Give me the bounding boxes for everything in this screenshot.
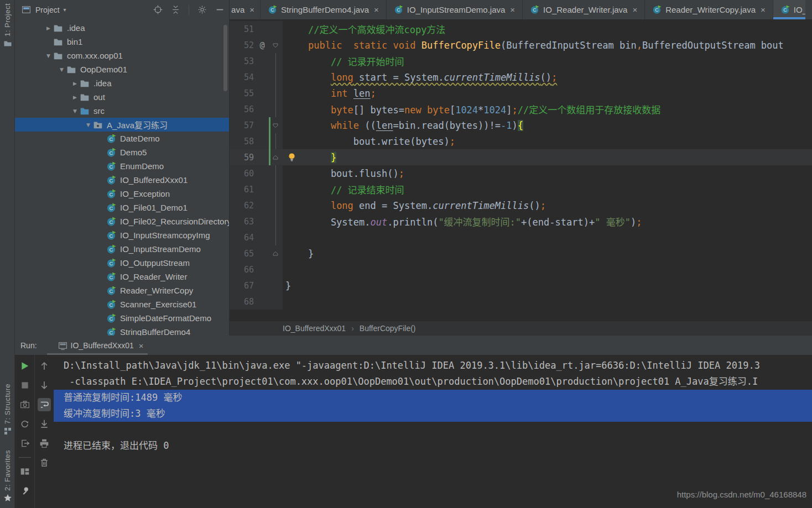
- close-icon[interactable]: ×: [374, 5, 379, 14]
- line-number[interactable]: 53: [230, 53, 256, 69]
- line-number[interactable]: 67: [230, 277, 256, 294]
- expand-arrow-icon[interactable]: ▼: [70, 108, 80, 114]
- fold-marker-icon[interactable]: [268, 37, 283, 53]
- tree-item[interactable]: CIO_Exception: [15, 187, 229, 201]
- line-number[interactable]: 56: [230, 101, 256, 117]
- down-icon[interactable]: [38, 379, 51, 392]
- tree-item[interactable]: CDemo5: [15, 145, 229, 159]
- line-number[interactable]: 62: [230, 197, 256, 213]
- tree-item-label: DateDemo: [120, 134, 160, 143]
- line-number[interactable]: 61: [230, 181, 256, 197]
- tree-item-label: Demo5: [120, 148, 147, 157]
- tree-item[interactable]: CIO_Reader_Writer: [15, 270, 229, 284]
- editor-tab[interactable]: CIO_: [773, 0, 805, 19]
- print-icon[interactable]: [38, 437, 51, 450]
- pin-icon[interactable]: [18, 484, 32, 497]
- project-panel-title[interactable]: Project: [35, 6, 60, 14]
- tree-item[interactable]: ▼OopDemo01: [15, 62, 229, 76]
- tree-item[interactable]: CScanner_Exercise01: [15, 297, 229, 311]
- editor-tab[interactable]: ava×: [230, 0, 261, 19]
- tree-item[interactable]: bin1: [15, 35, 229, 49]
- line-number[interactable]: 57: [230, 117, 256, 133]
- stripe-button-structure[interactable]: 7: Structure: [0, 384, 15, 436]
- run-tab[interactable]: IO_BufferedXxx01 ×: [58, 341, 144, 350]
- tree-item[interactable]: CSimpleDateFormatDemo: [15, 311, 229, 325]
- code-editor[interactable]: 51 //定义一个高效缓冲流copy方法52@ public static vo…: [230, 19, 812, 321]
- close-icon[interactable]: ×: [761, 5, 766, 14]
- tree-item[interactable]: CStringBufferDemo4: [15, 325, 229, 336]
- editor-area: ava×CStringBufferDemo4.java×CIO_InputStr…: [229, 0, 812, 336]
- up-icon[interactable]: [38, 359, 51, 373]
- console-output[interactable]: D:\Install_path\Java\jdk_11\bin\java.exe…: [54, 355, 812, 508]
- line-number[interactable]: 55: [230, 85, 256, 101]
- line-number[interactable]: 54: [230, 69, 256, 85]
- code-text: byte[] bytes=new byte[1024*1024];//定义一个数…: [283, 102, 660, 116]
- line-number[interactable]: 59: [230, 149, 256, 165]
- line-number[interactable]: 68: [230, 294, 256, 310]
- expand-arrow-icon[interactable]: ▶: [44, 25, 53, 31]
- class-icon: C: [394, 5, 403, 14]
- tree-item[interactable]: ▼src: [15, 104, 229, 118]
- tree-item[interactable]: CIO_File02_RecursionDirectory: [15, 214, 229, 228]
- tree-item[interactable]: ▶.idea: [15, 76, 229, 90]
- close-icon[interactable]: ×: [510, 5, 515, 14]
- tree-item[interactable]: ▼A_Java复习练习: [15, 118, 229, 132]
- close-icon[interactable]: ×: [632, 5, 637, 14]
- tree-item[interactable]: CDateDemo: [15, 132, 229, 145]
- fold-marker-icon[interactable]: [268, 149, 283, 165]
- line-number[interactable]: 58: [230, 133, 256, 149]
- line-number[interactable]: 52: [230, 37, 256, 53]
- stripe-button-favorites[interactable]: 2: Favorites: [0, 450, 15, 502]
- settings-icon[interactable]: [197, 5, 207, 14]
- expand-arrow-icon[interactable]: ▼: [57, 67, 66, 72]
- close-icon[interactable]: ×: [249, 5, 254, 14]
- editor-tab[interactable]: CIO_InputStreamDemo.java×: [387, 0, 523, 19]
- scroll-end-icon[interactable]: [38, 417, 51, 431]
- locate-icon[interactable]: [153, 5, 163, 14]
- code-line: 53 // 记录开始时间: [230, 53, 812, 69]
- tree-item[interactable]: CIO_BufferedXxx01: [15, 173, 229, 187]
- chevron-down-icon[interactable]: ▾: [64, 7, 66, 13]
- tree-item[interactable]: CIO_File01_Demo1: [15, 201, 229, 214]
- tree-item[interactable]: ▶.idea: [15, 21, 229, 35]
- rerun-icon[interactable]: [18, 359, 32, 373]
- editor-tab[interactable]: CIO_Reader_Writer.java×: [523, 0, 645, 19]
- stop-icon[interactable]: [18, 379, 32, 392]
- line-number[interactable]: 60: [230, 165, 256, 181]
- clear-icon[interactable]: [38, 456, 51, 469]
- tree-item[interactable]: CEnumDemo: [15, 159, 229, 173]
- breadcrumb-item[interactable]: IO_BufferedXxx01: [283, 324, 346, 333]
- tree-item[interactable]: ▶out: [15, 90, 229, 104]
- layout-icon[interactable]: [18, 465, 32, 478]
- fold-marker-icon[interactable]: [268, 245, 283, 261]
- close-icon[interactable]: ×: [139, 341, 144, 350]
- breadcrumb-item[interactable]: BufferCopyFile(): [360, 324, 416, 333]
- tree-item[interactable]: CIO_InputStreamDemo: [15, 242, 229, 256]
- stripe-button-project[interactable]: 1: Project: [0, 3, 15, 48]
- line-number[interactable]: 65: [230, 245, 256, 261]
- toolbar-divider: [189, 5, 189, 15]
- hide-icon[interactable]: [215, 5, 225, 14]
- restart-icon[interactable]: [18, 417, 32, 431]
- line-number[interactable]: 64: [230, 229, 256, 245]
- line-number[interactable]: 66: [230, 261, 256, 277]
- tree-item[interactable]: CReader_WriterCopy: [15, 284, 229, 297]
- editor-tab[interactable]: CStringBufferDemo4.java×: [261, 0, 387, 19]
- tree-item[interactable]: CIO_InputStreamcopyImg: [15, 228, 229, 242]
- line-number[interactable]: 63: [230, 213, 256, 229]
- camera-icon[interactable]: [18, 398, 32, 411]
- editor-tab[interactable]: CReader_WriterCopy.java×: [645, 0, 773, 19]
- line-number[interactable]: 51: [230, 21, 256, 37]
- fold-marker-icon[interactable]: [268, 117, 283, 133]
- collapse-all-icon[interactable]: [171, 5, 180, 14]
- exit-icon[interactable]: [18, 437, 32, 450]
- project-scrollbar[interactable]: [223, 25, 227, 91]
- expand-arrow-icon[interactable]: ▶: [70, 95, 80, 100]
- expand-arrow-icon[interactable]: ▼: [44, 53, 53, 59]
- expand-arrow-icon[interactable]: ▶: [70, 81, 80, 86]
- tree-item[interactable]: CIO_OutpputStream: [15, 256, 229, 270]
- expand-arrow-icon[interactable]: ▼: [84, 122, 93, 128]
- soft-wrap-icon[interactable]: [38, 398, 51, 411]
- intention-bulb-icon[interactable]: [287, 152, 297, 163]
- tree-item[interactable]: ▼com.xxx.oop01: [15, 49, 229, 62]
